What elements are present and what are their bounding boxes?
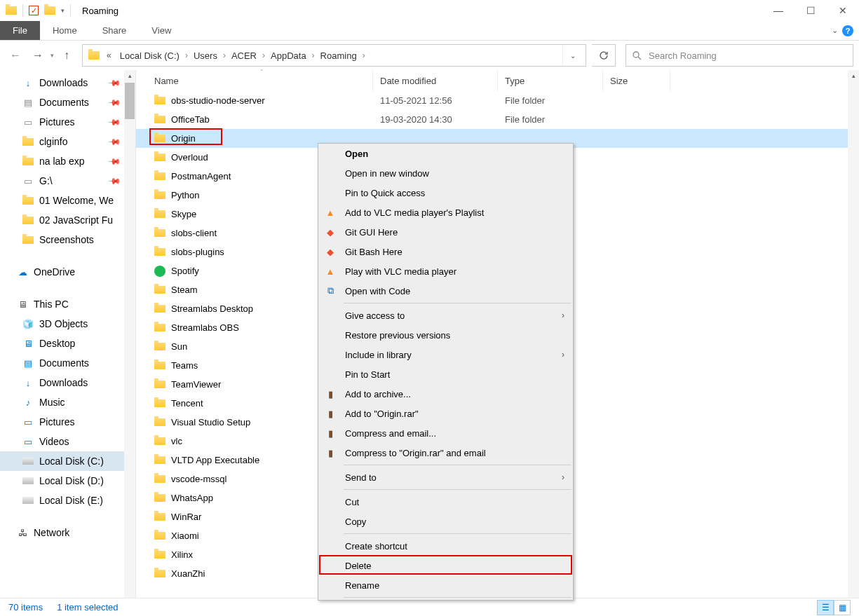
- sidebar-item[interactable]: Local Disk (C:): [0, 451, 135, 471]
- status-item-count: 70 items: [8, 602, 43, 612]
- context-menu-item[interactable]: ◆Git Bash Here: [318, 242, 573, 261]
- ribbon-tab-view[interactable]: View: [139, 21, 184, 40]
- context-menu-item[interactable]: ▮Add to "Origin.rar": [318, 404, 573, 423]
- sidebar-item[interactable]: ▤Documents: [0, 353, 135, 373]
- file-name: Xilinx: [171, 549, 193, 560]
- chevron-right-icon[interactable]: ›: [261, 50, 266, 60]
- sidebar-item-label: clginfo: [39, 136, 67, 147]
- file-name: Teams: [171, 360, 198, 371]
- forward-button[interactable]: →: [28, 46, 48, 65]
- sidebar-item[interactable]: clginfo📌: [0, 132, 135, 151]
- sidebar-item[interactable]: ▭Videos: [0, 432, 135, 451]
- file-name: vlc: [171, 436, 182, 446]
- ribbon-tab-home[interactable]: Home: [40, 21, 90, 40]
- column-header-date[interactable]: Date modified: [373, 70, 498, 91]
- sidebar-item[interactable]: 🧊3D Objects: [0, 314, 135, 334]
- expand-ribbon-icon[interactable]: ⌄: [832, 26, 838, 35]
- breadcrumb-item[interactable]: AppData: [266, 50, 311, 61]
- sidebar-item[interactable]: 02 JavaScript Fu: [0, 210, 135, 230]
- breadcrumb-overflow-icon[interactable]: «: [102, 50, 116, 60]
- git-icon: ◆: [324, 226, 337, 238]
- context-menu-item[interactable]: Pin to Start: [318, 364, 573, 384]
- scrollbar-thumb[interactable]: [125, 83, 135, 119]
- context-menu-item[interactable]: ◆Git GUI Here: [318, 222, 573, 242]
- sidebar-item[interactable]: Screenshots: [0, 230, 135, 249]
- sidebar-item[interactable]: ▭G:\📌: [0, 171, 135, 191]
- file-name: WhatsApp: [171, 493, 213, 503]
- up-button[interactable]: ↑: [57, 46, 76, 65]
- breadcrumb-item[interactable]: Local Disk (C:): [116, 50, 184, 61]
- menu-separator: [344, 465, 571, 465]
- context-menu-item[interactable]: ⧉Open with Code: [318, 281, 573, 301]
- qat-dropdown-icon[interactable]: ▾: [61, 7, 65, 14]
- sidebar-item[interactable]: 01 Welcome, We: [0, 191, 135, 210]
- breadcrumb[interactable]: « Local Disk (C:) › Users › ACER › AppDa…: [82, 44, 586, 67]
- sidebar-item[interactable]: ↓Downloads: [0, 373, 135, 392]
- qat-newfolder-icon[interactable]: [44, 6, 55, 15]
- menu-separator: [344, 597, 571, 598]
- context-menu-item[interactable]: ▲Play with VLC media player: [318, 261, 573, 281]
- column-header-type[interactable]: Type: [498, 70, 603, 91]
- sidebar-item[interactable]: Local Disk (E:): [0, 491, 135, 510]
- context-menu-item[interactable]: Give access to›: [318, 306, 573, 325]
- view-details-button[interactable]: ☰: [817, 600, 834, 615]
- folder-icon: [154, 399, 165, 407]
- context-menu-item[interactable]: Include in library›: [318, 345, 573, 364]
- close-button[interactable]: ✕: [827, 0, 859, 21]
- file-row[interactable]: OfficeTab19-03-2020 14:30File folder: [136, 110, 859, 129]
- sidebar-item-thispc[interactable]: 🖥 This PC: [0, 294, 135, 314]
- sidebar-item[interactable]: ↓Downloads📌: [0, 73, 135, 93]
- sidebar-item[interactable]: ▭Pictures: [0, 412, 135, 432]
- context-menu-item[interactable]: Pin to Quick access: [318, 183, 573, 203]
- context-menu-item[interactable]: Rename: [318, 575, 573, 595]
- view-large-button[interactable]: ▦: [834, 600, 851, 615]
- sidebar-item[interactable]: ▤Documents📌: [0, 93, 135, 112]
- refresh-button[interactable]: [592, 44, 616, 67]
- context-menu-item[interactable]: ▮Add to archive...: [318, 384, 573, 404]
- context-menu-item[interactable]: ▲Add to VLC media player's Playlist: [318, 203, 573, 222]
- file-row[interactable]: obs-studio-node-server11-05-2021 12:56Fi…: [136, 91, 859, 110]
- breadcrumb-dropdown-icon[interactable]: ⌄: [562, 45, 583, 66]
- back-button[interactable]: ←: [6, 46, 25, 65]
- sidebar-item-icon: [22, 236, 34, 244]
- context-menu-item[interactable]: Copy: [318, 512, 573, 531]
- content-scrollbar[interactable]: ▴: [848, 70, 859, 598]
- context-menu-item[interactable]: Open in new window: [318, 163, 573, 183]
- search-input[interactable]: Search Roaming: [625, 44, 853, 67]
- sidebar-item[interactable]: na lab exp📌: [0, 151, 135, 171]
- breadcrumb-item[interactable]: ACER: [227, 50, 261, 61]
- help-icon[interactable]: ?: [842, 25, 853, 36]
- qat-properties-icon[interactable]: ✓: [29, 6, 39, 15]
- sidebar-item[interactable]: Local Disk (D:): [0, 471, 135, 491]
- scroll-up-icon[interactable]: ▴: [124, 70, 135, 81]
- sidebar-scrollbar[interactable]: ▴: [124, 70, 135, 598]
- context-menu-item[interactable]: ▮Compress and email...: [318, 423, 573, 443]
- sidebar-item[interactable]: 🖥Desktop: [0, 334, 135, 353]
- ribbon-tab-file[interactable]: File: [0, 21, 40, 40]
- chevron-right-icon[interactable]: ›: [311, 50, 316, 60]
- sidebar-item[interactable]: ♪Music: [0, 392, 135, 412]
- maximize-button[interactable]: ☐: [794, 0, 827, 21]
- context-menu-item[interactable]: Create shortcut: [318, 536, 573, 556]
- context-menu-item[interactable]: Delete: [318, 556, 573, 575]
- sidebar-item[interactable]: ▭Pictures📌: [0, 112, 135, 132]
- scroll-up-icon[interactable]: ▴: [848, 70, 859, 81]
- sidebar-item-onedrive[interactable]: ☁ OneDrive: [0, 262, 135, 282]
- context-menu-item[interactable]: Cut: [318, 492, 573, 512]
- column-header-name[interactable]: ˄Name: [147, 70, 373, 91]
- context-menu-item[interactable]: Open: [318, 144, 573, 163]
- ribbon-tab-share[interactable]: Share: [90, 21, 140, 40]
- chevron-right-icon[interactable]: ›: [361, 50, 367, 60]
- context-menu-item[interactable]: Restore previous versions: [318, 325, 573, 345]
- breadcrumb-item[interactable]: Users: [189, 50, 222, 61]
- chevron-right-icon[interactable]: ›: [222, 50, 227, 60]
- context-menu-item[interactable]: Send to›: [318, 467, 573, 487]
- breadcrumb-item[interactable]: Roaming: [316, 50, 361, 61]
- sidebar-item-network[interactable]: 🖧 Network: [0, 523, 135, 542]
- history-dropdown-icon[interactable]: ▾: [50, 52, 54, 59]
- file-type: File folder: [498, 114, 603, 125]
- column-header-size[interactable]: Size: [603, 70, 670, 91]
- context-menu-item[interactable]: ▮Compress to "Origin.rar" and email: [318, 443, 573, 463]
- chevron-right-icon[interactable]: ›: [184, 50, 189, 60]
- minimize-button[interactable]: —: [762, 0, 794, 21]
